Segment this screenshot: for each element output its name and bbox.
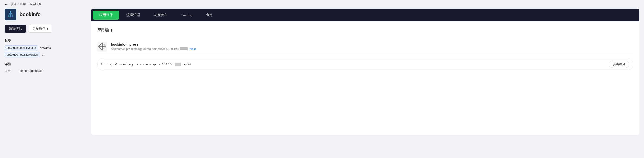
url-label: Url: — [101, 62, 106, 66]
sidebar: bookinfo 编辑信息 更多操作 ▾ 标签 app.kubernetes.i… — [4, 9, 91, 152]
url-value: http://productpage.demo-namespace.139.19… — [109, 62, 606, 66]
tags-title: 标签 — [4, 39, 86, 43]
breadcrumb-sep-2: / — [27, 3, 28, 6]
breadcrumb-current: 应用组件 — [29, 2, 41, 6]
hostname-blurred — [180, 47, 188, 50]
tab-bar: 应用组件 流量治理 灰度发布 Tracing 事件 — [91, 9, 640, 21]
more-actions-button[interactable]: 更多操作 ▾ — [29, 24, 52, 33]
tags-section: 标签 app.kubernetes.io/name bookinfo app.k… — [4, 39, 86, 57]
tab-events[interactable]: 事件 — [200, 11, 219, 19]
ingress-card: bookinfo-ingress hostname: productpage.d… — [97, 38, 633, 54]
url-redacted-part — [175, 63, 181, 66]
ingress-icon — [97, 41, 107, 51]
hostname-suffix[interactable]: nip.io — [190, 47, 196, 51]
hostname-value: productpage.demo-namespace.139.198 — [126, 47, 179, 51]
ingress-name: bookinfo-ingress — [111, 42, 196, 46]
ingress-svg-icon — [97, 41, 107, 51]
content-area: 应用组件 流量治理 灰度发布 Tracing 事件 应用路由 — [91, 9, 640, 152]
app-logo-icon — [6, 10, 14, 19]
chevron-down-icon: ▾ — [46, 27, 48, 30]
content-panel: 应用路由 bookinfo-ingress hostname: — [91, 21, 640, 135]
panel-title: 应用路由 — [97, 28, 633, 32]
edit-info-button[interactable]: 编辑信息 — [4, 24, 26, 33]
more-actions-label: 更多操作 — [32, 26, 45, 31]
action-buttons: 编辑信息 更多操作 ▾ — [4, 24, 86, 33]
tab-tracing[interactable]: Tracing — [175, 11, 198, 19]
tag-value-name: bookinfo — [40, 46, 51, 50]
breadcrumb-project[interactable]: 项目 — [10, 2, 16, 6]
details-section: 详情 项目: demo-namespace — [4, 62, 86, 73]
url-prefix: http://productpage.demo-namespace.139.19… — [109, 62, 173, 66]
hostname-label: hostname: — [111, 47, 125, 51]
url-row: Url: http://productpage.demo-namespace.1… — [97, 58, 633, 70]
detail-row-project: 项目: demo-namespace — [4, 69, 86, 73]
tag-key-name: app.kubernetes.io/name — [4, 45, 38, 50]
tab-traffic-governance[interactable]: 流量治理 — [120, 11, 146, 19]
detail-label-project: 项目: — [4, 69, 16, 73]
visit-button[interactable]: 点击访问 — [609, 61, 629, 68]
main-layout: bookinfo 编辑信息 更多操作 ▾ 标签 app.kubernetes.i… — [0, 9, 644, 157]
tab-canary[interactable]: 灰度发布 — [147, 11, 174, 19]
tab-app-components[interactable]: 应用组件 — [93, 11, 119, 19]
details-title: 详情 — [4, 62, 86, 66]
detail-value-project: demo-namespace — [20, 69, 43, 73]
breadcrumb-sep-1: / — [18, 3, 19, 6]
breadcrumb: ← 项目 / 应用 / 应用组件 — [0, 0, 644, 9]
breadcrumb-app[interactable]: 应用 — [20, 2, 26, 6]
tag-row-version: app.kubernetes.io/version v1 — [4, 52, 86, 57]
tag-key-version: app.kubernetes.io/version — [4, 52, 40, 57]
ingress-info: bookinfo-ingress hostname: productpage.d… — [111, 42, 196, 51]
back-button[interactable]: ← — [4, 2, 8, 6]
tag-row-name: app.kubernetes.io/name bookinfo — [4, 45, 86, 50]
app-name: bookinfo — [20, 11, 41, 17]
url-suffix: nip.io/ — [182, 62, 191, 66]
ingress-hostname: hostname: productpage.demo-namespace.139… — [111, 47, 196, 51]
app-header: bookinfo — [4, 9, 86, 20]
tag-value-version: v1 — [42, 53, 45, 56]
app-logo — [4, 9, 16, 20]
